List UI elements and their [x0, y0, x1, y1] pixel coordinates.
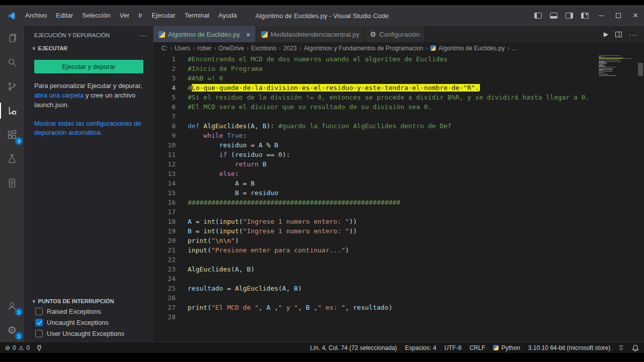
problems-indicator[interactable]: ⊘ 0 ⚠ 0	[5, 344, 30, 351]
activity-extensions[interactable]: 3	[0, 123, 24, 147]
code-line[interactable]: 19B = int(input("Ingrese 1 numero entero…	[153, 226, 644, 236]
code-line[interactable]: 13 else:	[153, 169, 644, 178]
breakpoint-item-user-uncaught-exceptions[interactable]: User Uncaught Exceptions	[24, 328, 153, 339]
menu-ejecutar[interactable]: Ejecutar	[147, 9, 180, 22]
menu-ayuda[interactable]: Ayuda	[214, 9, 242, 22]
checkbox-checked[interactable]	[35, 319, 43, 326]
code-line[interactable]: 21input("Presione enter para continuar..…	[153, 245, 644, 255]
breakpoint-item-uncaught-exceptions[interactable]: Uncaught Exceptions	[24, 317, 153, 328]
run-section-header[interactable]: ∨ EJECUTAR	[24, 44, 153, 53]
line-number: 20	[153, 236, 176, 245]
code-line[interactable]: 11 if (residuo == 0):	[153, 150, 644, 159]
run-file-icon[interactable]: ▶	[604, 31, 608, 38]
editor-more-actions-icon[interactable]: ···	[629, 30, 638, 39]
code-line[interactable]: 22	[153, 255, 644, 264]
code-line[interactable]: 17	[153, 207, 644, 217]
eol-setting[interactable]: CRLF	[469, 344, 485, 351]
close-window-button[interactable]: ×	[627, 5, 644, 26]
activity-search[interactable]	[0, 50, 24, 74]
checkbox-unchecked[interactable]	[35, 330, 43, 337]
code-line[interactable]: 1#Encontrando el MCD de dos numeros usan…	[153, 54, 644, 64]
breakpoint-item-raised-exceptions[interactable]: Raised Exceptions	[24, 306, 153, 317]
breadcrumb-item[interactable]: Escritorio	[251, 45, 276, 52]
breadcrumb-item[interactable]: Algoritmos y Fundamentos de Programacion	[304, 45, 423, 52]
maximize-button[interactable]	[610, 5, 627, 26]
tower-icon[interactable]: ♖	[618, 344, 624, 351]
code-line[interactable]: 28	[153, 312, 644, 322]
breadcrumb-item[interactable]: 2023	[283, 45, 297, 52]
code-line[interactable]: 15 B = residuo	[153, 188, 644, 198]
checkbox-unchecked[interactable]	[35, 308, 43, 315]
toggle-panel-icon[interactable]	[550, 13, 557, 19]
activity-source-control[interactable]	[0, 74, 24, 99]
code-line[interactable]: 2#Inicio de Programa	[153, 64, 644, 73]
run-and-debug-button[interactable]: Ejecutar y depurar	[34, 60, 143, 73]
code-line[interactable]: 4#Lo·que·quede·de·la·division·es·el·resi…	[153, 83, 644, 93]
breadcrumb-item[interactable]: Users	[175, 45, 190, 52]
code-line[interactable]: 27print("El MCD de ", A ," y ", B ," es:…	[153, 303, 644, 312]
code-line[interactable]: 10 residuo = A % B	[153, 140, 644, 150]
menu-seleccio-n[interactable]: Selección	[77, 9, 115, 22]
chevron-down-icon: ∨	[32, 299, 36, 304]
menu-editar[interactable]: Editar	[51, 9, 77, 22]
activity-run-and-debug[interactable]	[0, 99, 24, 123]
code-line[interactable]: 24	[153, 274, 644, 284]
code-editor[interactable]: 1#Encontrando el MCD de dos numeros usan…	[153, 54, 644, 342]
ports-icon[interactable]	[36, 344, 43, 351]
tab-algoritmo-de-euclides-py[interactable]: Algoritmo de Euclides.py×	[153, 26, 256, 42]
activity-testing[interactable]	[0, 147, 24, 171]
text-cursor	[479, 84, 480, 91]
code-line[interactable]: 26	[153, 293, 644, 303]
sidebar-more-actions-icon[interactable]: ···	[139, 31, 147, 39]
code-line[interactable]: 8def AlgEuclides(A, B): #guardo la funci…	[153, 121, 644, 131]
activity-settings[interactable]: ⚙ 1	[0, 318, 24, 342]
menu-archivo[interactable]: Archivo	[21, 9, 51, 22]
code-line[interactable]: 25resultado = AlgEuclides(A, B)	[153, 284, 644, 293]
minimize-button[interactable]	[593, 5, 610, 26]
activity-account[interactable]: 1	[0, 294, 24, 318]
menu-ir[interactable]: Ir	[134, 9, 147, 22]
tab-medidasdetendenciacentral-py[interactable]: Medidasdetendenciacentral.py	[256, 26, 365, 42]
activity-document[interactable]	[0, 171, 24, 195]
breadcrumb-item[interactable]: rober	[197, 45, 211, 52]
open-folder-link[interactable]: abra una carpeta	[34, 92, 84, 99]
code-line[interactable]: 14 A = B	[153, 178, 644, 188]
language-mode[interactable]: Python	[493, 344, 520, 351]
breadcrumb-more[interactable]: ...	[512, 45, 517, 52]
code-line[interactable]: 6#El MCD sera el divisor que su resultad…	[153, 102, 644, 112]
code-line[interactable]: 3#A%B =! 0	[153, 73, 644, 83]
customize-layout-icon[interactable]	[581, 13, 589, 19]
code-line[interactable]: 18A = int(input("Ingrese 1 numero entero…	[153, 217, 644, 226]
editor-actions: ▶ ···	[604, 26, 644, 42]
breadcrumb-item[interactable]: C:	[162, 45, 168, 52]
split-editor-icon[interactable]	[615, 32, 622, 37]
scrollbar-thumb[interactable]	[638, 63, 643, 76]
notifications-bell-icon[interactable]	[632, 344, 639, 351]
indentation-setting[interactable]: Espacios: 4	[405, 344, 436, 351]
menu-terminal[interactable]: Terminal	[180, 9, 214, 22]
menu-ver[interactable]: Ver	[115, 9, 134, 22]
breadcrumb-item[interactable]: OneDrive	[218, 45, 244, 52]
tab-configuracio-n[interactable]: ⚙Configuración	[365, 26, 425, 42]
toggle-sidebar-icon[interactable]	[534, 13, 542, 19]
code-line[interactable]: 5#Si el residuo de la división != 0, ent…	[153, 93, 644, 102]
code-line[interactable]: 23AlgEuclides(A, B)	[153, 264, 644, 274]
breakpoints-section-header[interactable]: ∨ PUNTOS DE INTERRUPCIÓN	[24, 297, 153, 306]
line-number: 27	[153, 303, 176, 312]
toggle-secondary-sidebar-icon[interactable]	[566, 13, 573, 19]
minimap[interactable]	[599, 55, 634, 77]
code-line[interactable]: 9 while True:	[153, 131, 644, 140]
breadcrumb-file[interactable]: Algoritmo de Euclides.py	[438, 45, 505, 52]
close-tab-icon[interactable]: ×	[246, 30, 251, 39]
code-line[interactable]: 7	[153, 112, 644, 121]
cursor-position[interactable]: Lín. 4, Col. 74 (72 seleccionada)	[310, 344, 397, 351]
line-number: 7	[153, 112, 176, 121]
code-line[interactable]: 12 return B	[153, 159, 644, 169]
code-line[interactable]: 16######################################…	[153, 198, 644, 207]
activity-explorer[interactable]	[0, 26, 24, 50]
show-auto-debug-configs-link[interactable]: Mostrar todas las configuraciones de dep…	[34, 120, 141, 137]
code-line[interactable]: 20print("\n\n")	[153, 236, 644, 245]
encoding-setting[interactable]: UTF-8	[444, 344, 461, 351]
line-number: 24	[153, 274, 176, 284]
python-interpreter[interactable]: 3.10.10 64-bit (microsoft store)	[528, 344, 610, 351]
